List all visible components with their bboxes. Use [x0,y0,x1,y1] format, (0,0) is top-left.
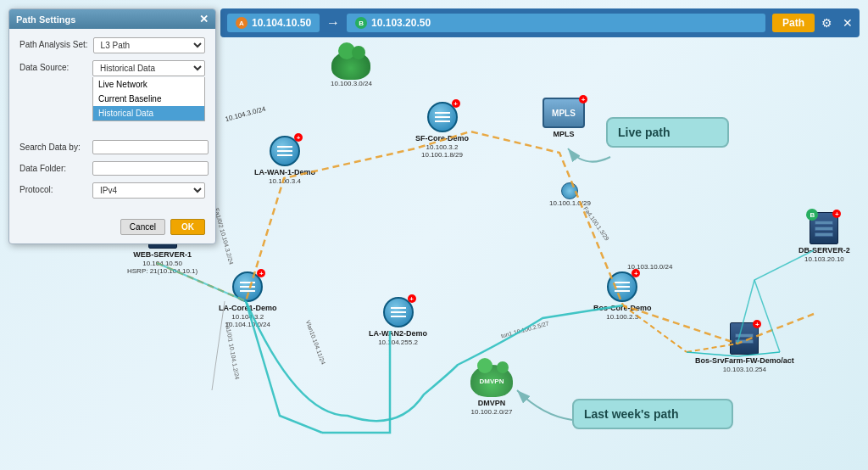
topbar-close-icon[interactable]: ✕ [843,16,853,30]
db-server-ip: 10.103.20.10 [804,255,844,263]
data-source-select[interactable]: Historical Data [92,60,205,76]
path-settings-dialog: Path Settings ✕ Path Analysis Set: L3 Pa… [8,8,216,244]
tun1-label: tun1 10.100.2.5/27 [500,321,549,339]
la-wan2-icon: + [383,297,414,327]
mpls-box-shape: MPLS [542,98,585,128]
db-server-plus: + [832,210,841,218]
la-wan2-label: LA-WAN2-Demo [369,329,427,339]
la-hsrp: 10.104.10.0/24 [225,321,270,328]
protocol-label: Protocol: [19,182,87,194]
dialog-footer: Cancel OK [9,214,215,243]
mpls-net: 10.100.1.0/29 [549,199,591,207]
la-core-node[interactable]: + LA-Core1-Demo 10.104.3.2 10.104.10.0/2… [219,271,277,328]
data-folder-input[interactable] [92,161,209,176]
data-source-dropdown-container: Historical Data Live Network Current Bas… [92,60,205,76]
bos-srvfarm-ip: 10.103.10.254 [723,366,766,373]
last-week-path-annotation: Last week's path [572,399,733,429]
vlan-label: Vlan10.104.11/24 [305,320,326,366]
cancel-button[interactable]: Cancel [120,219,165,235]
data-folder-row: Data Folder: [19,161,205,176]
bos-srvfarm-icon: + [730,322,759,355]
la-wan2-ip: 10.104.255.2 [378,339,418,346]
bos-srvfarm-label: Bos-SrvFarm-FW-Demo/act [695,356,794,366]
db-server-node[interactable]: B + DB-SERVER-2 10.103.20.10 [798,212,850,263]
interface-label-fa101: Fa1/0/1 10.104.1.2/24 [225,322,241,380]
db-server-icon: B + [810,212,838,244]
sf-core-node[interactable]: + SF-Core-Demo 10.100.3.2 10.100.1.8/29 [415,102,469,159]
dialog-close-icon[interactable]: ✕ [199,14,209,25]
dmvpn-ip: 10.100.2.0/27 [471,408,513,416]
path-analysis-row: Path Analysis Set: L3 Path [19,37,205,53]
dropdown-current-baseline[interactable]: Current Baseline [93,92,204,106]
protocol-select[interactable]: IPv4 [92,182,205,199]
bos-core-net: 10.103.10.0/24 [627,263,672,271]
search-data-input[interactable] [92,140,209,154]
interface-label-fa102: Fa1/0/2 10.104.3.2/24 [214,208,234,266]
mpls-plus: + [579,95,587,104]
sf-core-label: SF-Core-Demo [415,134,469,143]
arrow-icon: → [326,15,340,31]
last-week-path-text: Last week's path [584,407,678,421]
bos-srvfarm-plus: + [753,320,761,328]
source-ip-box: A 10.104.10.50 [227,14,320,32]
cloud-network: 10.100.3.0/24 [331,80,372,87]
live-path-text: Live path [618,126,670,139]
mpls-icon: MPLS + [542,98,585,128]
la-wan1-label: LA-WAN-1-Demo [254,168,315,177]
ok-button[interactable]: OK [170,219,205,235]
settings-gear-icon[interactable]: ⚙ [821,16,832,30]
la-core-ip: 10.104.3.2 [231,313,264,321]
main-area: A 10.104.10.50 → B 10.103.20.50 Path ⚙ ✕… [0,0,868,470]
internet-cloud-node: 10.100.3.0/24 [331,51,372,87]
protocol-row: Protocol: IPv4 [19,182,205,199]
bos-core-label: Bos-Core-Demo [593,304,652,313]
data-source-label: Data Source: [19,60,87,72]
data-source-dropdown: Live Network Current Baseline Historical… [92,77,205,121]
dest-ip-box: B 10.103.20.50 [347,14,765,32]
web-server-ip: 10.104.10.50 [142,260,182,267]
source-ip: 10.104.10.50 [252,17,311,29]
path-analysis-label: Path Analysis Set: [19,37,88,49]
la-wan2-node[interactable]: + LA-WAN2-Demo 10.104.255.2 [369,297,427,346]
mpls-label: MPLS [553,130,574,139]
dialog-body: Path Analysis Set: L3 Path Data Source: … [9,29,215,214]
la-core-plus: + [257,269,265,277]
source-badge: A [236,17,248,29]
sf-core-ip: 10.100.3.2 [426,143,459,151]
la-wan1-plus: + [294,133,303,142]
internet-cloud-icon [331,51,370,80]
dest-ip: 10.103.20.50 [371,17,431,29]
live-path-annotation: Live path [606,117,729,148]
search-data-label: Search Data by: [19,140,87,152]
db-server-label: DB-SERVER-2 [798,246,850,255]
la-wan2-plus: + [408,294,416,303]
la-wan1-icon: + [270,136,300,166]
fa4-label: Fa4.100.1.3/29 [582,205,610,242]
net-label-1: 10.104.3.0/24 [225,105,267,123]
bos-core-node[interactable]: + Bos-Core-Demo 10.100.2.3 10.103.10.0/2… [593,271,652,321]
la-wan1-node[interactable]: + LA-WAN-1-Demo 10.100.3.4 [254,136,315,185]
search-data-row: Search Data by: [19,140,205,154]
dialog-title: Path Settings [16,14,75,25]
la-core-icon: + [232,271,263,302]
sf-core-net: 10.100.1.8/29 [421,151,463,159]
dest-badge: B [355,17,367,29]
dmvpn-node: DMVPN DMVPN 10.100.2.0/27 [470,365,513,416]
bos-srvfarm-node[interactable]: + Bos-SrvFarm-FW-Demo/act 10.103.10.254 [695,322,794,373]
small-router-icon [561,182,578,199]
sf-core-icon: + [427,102,458,132]
dropdown-live-network[interactable]: Live Network [93,77,204,92]
mpls-router-node: 10.100.1.0/29 [549,182,591,207]
sf-core-plus: + [452,99,460,108]
mpls-node[interactable]: MPLS + MPLS [542,98,585,139]
dropdown-historical-data[interactable]: Historical Data [93,106,204,120]
web-server-hsrp: HSRP: 21(10.104.10.1) [127,267,198,275]
top-bar: A 10.104.10.50 → B 10.103.20.50 Path ⚙ ✕ [220,8,860,37]
bos-core-ip: 10.100.2.3 [606,313,638,321]
bos-core-icon: + [607,271,637,302]
path-button[interactable]: Path [772,14,815,32]
path-analysis-select[interactable]: L3 Path [93,37,205,53]
dmvpn-cloud-icon: DMVPN [470,365,513,397]
data-folder-label: Data Folder: [19,161,87,173]
la-wan1-ip: 10.100.3.4 [269,177,301,185]
